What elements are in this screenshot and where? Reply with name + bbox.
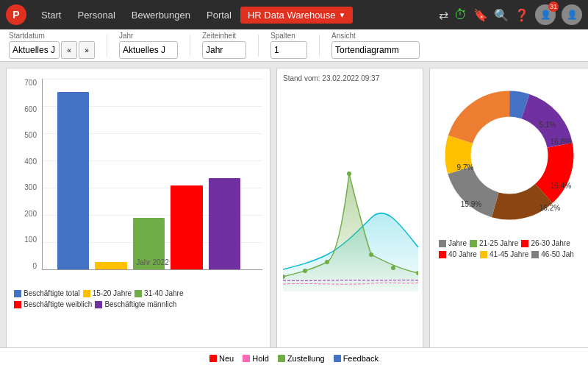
bar-beschaeftigte-maennlich [209,178,240,269]
bottom-legend-zustellung: Zustellung [278,354,325,363]
age-legend-label-6: 46-50 Jah [541,250,573,258]
legend-item-total: Beschäftigte total [14,289,80,297]
y-label-600: 600 [24,105,37,113]
age-legend-label-4: 40 Jahre [448,250,477,258]
age-legend: Jahre 21-25 Jahre 26-30 Jahre 40 Jahre [436,236,583,261]
nav-item-personal[interactable]: Personal [70,7,122,24]
y-label-400: 400 [24,158,37,166]
nav-item-bewerbungen[interactable]: Bewerbungen [124,7,198,24]
spalten-select[interactable]: 1 [270,41,307,59]
startdatum-control: Aktuelles J « » [9,41,95,59]
bar-chart-legend: Beschäftigte total 15-20 Jahre 31-40 Jah… [14,289,262,308]
legend-label-31-40: 31-40 Jahre [144,289,183,297]
prev-prev-button[interactable]: « [61,41,77,59]
pct-label-2: 16.8% [551,138,571,146]
x-label-year: Jahr 2022 [136,258,168,266]
legend-item-weiblich: Beschäftigte weiblich [14,300,92,308]
toolbar: Startdatum Aktuelles J « » Jahr Aktuelle… [0,29,588,62]
legend-label-total: Beschäftigte total [24,289,80,297]
chart-date: Stand vom: 23.02.2022 09:37 [283,74,417,82]
ansicht-label: Ansicht [331,32,420,40]
ansicht-group: Ansicht Tortendiagramm [331,32,420,59]
ansicht-select[interactable]: Tortendiagramm [331,41,420,59]
zeiteinheit-group: Zeiteinheit Jahr [202,32,246,59]
age-legend-item-4: 40 Jahre [439,250,477,258]
age-legend-color-6 [531,251,539,258]
age-legend-label-3: 26-30 Jahre [531,239,570,247]
bar-beschaeftigte-total [57,92,89,269]
legend-item-maennlich: Beschäftigte männlich [95,300,176,308]
chart-plot: Jahr 2022 [42,79,262,270]
age-legend-item-5: 41-45 Jahre [480,250,528,258]
nav-menu: Start Personal Bewerbungen Portal HR Dat… [34,7,353,24]
age-legend-color-4 [439,251,446,258]
nav-item-hr-data-warehouse[interactable]: HR Data Warehouse ▼ [240,7,353,24]
legend-item-15-20: 15-20 Jahre [83,289,132,297]
transfer-icon[interactable]: ⇄ [439,8,448,22]
age-legend-color-5 [480,251,487,258]
pct-label-5: 15.9% [461,200,481,208]
legend-color-weiblich [14,301,21,308]
bottom-legend-neu-dot [209,355,217,362]
donut-container: 5.1% 16.8% 16.4% 16.2% 15.9% 9.7% Jahre [436,74,583,355]
y-axis: 700 600 500 400 300 200 100 0 [14,79,40,270]
legend-item-31-40: 31-40 Jahre [135,289,183,297]
search-icon[interactable]: 🔍 [494,8,509,22]
y-label-500: 500 [24,131,37,139]
dot-6 [391,266,395,270]
help-icon[interactable]: ❓ [514,8,529,22]
bottom-legend-zustellung-dot [278,355,285,362]
age-legend-item-3: 26-30 Jahre [521,239,570,247]
right-section: 5.1% 16.8% 16.4% 16.2% 15.9% 9.7% Jahre [429,68,588,362]
legend-color-15-20 [83,290,90,297]
nav-item-portal[interactable]: Portal [199,7,239,24]
startdatum-group: Startdatum Aktuelles J « » [9,32,95,59]
line-chart-panel: Stand vom: 23.02.2022 09:37 [276,68,423,362]
bottom-legend-zustellung-label: Zustellung [287,354,325,363]
bottom-legend-feedback: Feedback [334,354,379,363]
y-label-100: 100 [24,236,37,244]
bottom-legend: Neu Hold Zustellung Feedback [0,347,588,368]
startdatum-select[interactable]: Aktuelles J [9,41,60,59]
bottom-legend-feedback-dot [334,355,341,362]
bar-beschaeftigte-weiblich [171,185,202,269]
pct-label-3: 16.4% [551,182,571,190]
pct-label-1: 5.1% [539,121,556,129]
age-legend-label-1: Jahre [448,239,467,247]
divider-2 [190,35,190,57]
pct-label-6: 9.7% [457,163,474,171]
bottom-legend-neu: Neu [209,354,234,363]
dot-5 [369,252,373,257]
bar-chart-area: 700 600 500 400 300 200 100 0 [14,79,262,285]
age-legend-item-6: 46-50 Jah [531,250,573,258]
zeiteinheit-select[interactable]: Jahr [202,41,246,59]
nav-right-icons: ⇄ ⏱ 🔖 🔍 ❓ 👤 31 👤 [439,4,582,25]
age-legend-color-2 [470,240,477,247]
legend-label-15-20: 15-20 Jahre [93,289,132,297]
donut-svg: 5.1% 16.8% 16.4% 16.2% 15.9% 9.7% [436,74,583,236]
next-next-button[interactable]: » [79,41,95,59]
line-chart-svg [283,85,418,291]
donut-hole [478,124,540,186]
bookmark-icon[interactable]: 🔖 [473,8,488,22]
timer-icon[interactable]: ⏱ [454,7,467,23]
bottom-legend-hold-dot [243,355,250,362]
app-logo[interactable]: P [6,4,26,25]
bar-15-20-jahre [95,262,126,269]
legend-color-31-40 [135,290,142,297]
notification-badge[interactable]: 👤 31 [535,4,556,25]
age-legend-label-2: 21-25 Jahre [479,239,518,247]
legend-label-maennlich: Beschäftigte männlich [104,300,176,308]
legend-color-maennlich [95,301,102,308]
age-legend-color-3 [521,240,528,247]
y-label-700: 700 [24,79,37,87]
jahr-group: Jahr Aktuelles J [119,32,178,59]
user-avatar[interactable]: 👤 [562,4,582,25]
age-legend-color-1 [439,240,446,247]
nav-item-start[interactable]: Start [34,7,68,24]
age-legend-label-5: 41-45 Jahre [490,250,528,258]
jahr-select[interactable]: Aktuelles J [119,41,178,59]
age-legend-item-2: 21-25 Jahre [470,239,518,247]
bottom-legend-hold: Hold [243,354,269,363]
jahr-label: Jahr [119,32,178,40]
